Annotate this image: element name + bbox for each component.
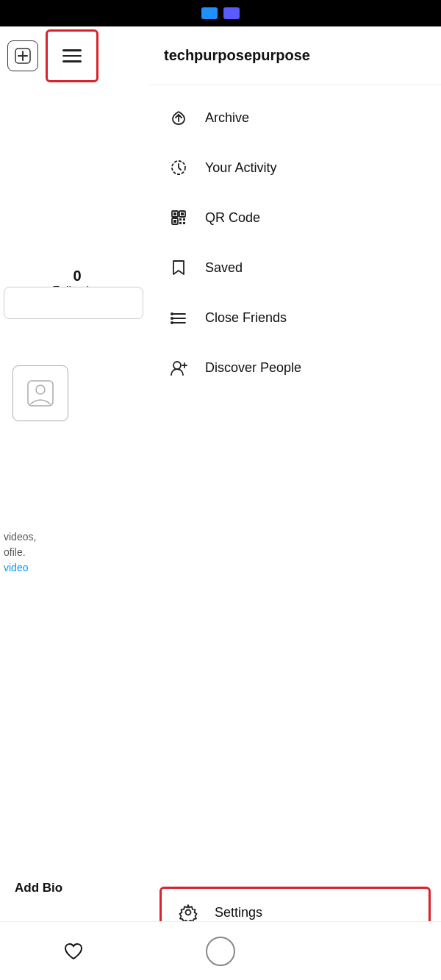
drawer-menu: Archive Your Activity: [149, 85, 441, 879]
hamburger-line-1: [62, 49, 82, 51]
usb-icon: [201, 7, 218, 19]
qr-icon: [167, 206, 190, 229]
archive-label: Archive: [205, 110, 249, 126]
add-content-button[interactable]: [7, 40, 38, 71]
svg-rect-3: [28, 381, 53, 406]
video-link[interactable]: video: [4, 562, 28, 573]
following-count: 0: [73, 268, 81, 285]
profile-photo-area: [7, 360, 74, 426]
edit-profile-button[interactable]: [4, 287, 143, 319]
menu-item-close-friends[interactable]: Close Friends: [149, 293, 441, 343]
svg-point-20: [171, 312, 173, 315]
drawer-username: techpurposepurpose: [164, 47, 310, 64]
discover-people-icon: [167, 356, 190, 379]
close-friends-label: Close Friends: [205, 310, 287, 326]
nav-profile-button[interactable]: [202, 933, 239, 970]
saved-label: Saved: [205, 260, 243, 276]
archive-icon: [167, 106, 190, 129]
nav-heart-button[interactable]: [55, 933, 92, 970]
overlay-icon: [223, 7, 240, 19]
video-text-1: videos,: [4, 531, 36, 543]
hamburger-menu-button[interactable]: [46, 29, 98, 82]
profile-stats: 0 Following: [0, 147, 154, 298]
discover-people-label: Discover People: [205, 360, 301, 376]
svg-rect-14: [183, 218, 185, 221]
profile-circle: [206, 937, 235, 966]
svg-point-22: [171, 321, 173, 324]
activity-label: Your Activity: [205, 160, 276, 176]
drawer-header: techpurposepurpose: [149, 26, 441, 85]
svg-point-23: [173, 362, 181, 369]
menu-item-qr-code[interactable]: QR Code: [149, 193, 441, 243]
svg-rect-12: [173, 220, 176, 223]
svg-rect-15: [179, 222, 182, 224]
hamburger-line-2: [62, 55, 82, 57]
qr-code-label: QR Code: [205, 210, 260, 226]
svg-rect-10: [181, 212, 184, 215]
video-text-area: videos, ofile. video: [4, 529, 151, 576]
close-friends-icon: [167, 306, 190, 329]
svg-point-4: [36, 385, 45, 394]
add-bio-label: Add Bio: [15, 881, 62, 895]
video-text-2: ofile.: [4, 546, 26, 558]
saved-icon: [167, 256, 190, 279]
status-bar: [0, 0, 441, 26]
svg-rect-16: [183, 222, 185, 224]
profile-photo-placeholder: [12, 365, 68, 421]
menu-item-saved[interactable]: Saved: [149, 243, 441, 293]
side-drawer: techpurposepurpose Archive Your Act: [149, 26, 441, 953]
hamburger-line-3: [62, 60, 82, 62]
svg-point-21: [171, 317, 173, 320]
svg-rect-13: [179, 218, 182, 221]
activity-icon: [167, 156, 190, 179]
settings-label: Settings: [215, 905, 262, 920]
menu-item-your-activity[interactable]: Your Activity: [149, 143, 441, 193]
bottom-navigation: [0, 921, 441, 980]
menu-item-discover-people[interactable]: Discover People: [149, 343, 441, 393]
svg-point-26: [186, 910, 191, 915]
svg-rect-8: [173, 212, 176, 215]
menu-item-archive[interactable]: Archive: [149, 93, 441, 143]
